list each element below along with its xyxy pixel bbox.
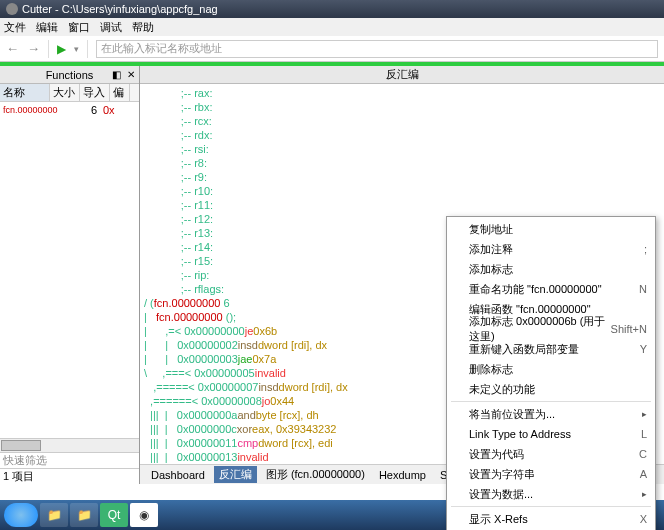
dropdown-icon[interactable]: ▾ xyxy=(74,44,79,54)
taskbar-qt-icon[interactable]: Qt xyxy=(100,503,128,527)
h-scrollbar[interactable] xyxy=(0,438,139,452)
undock-icon[interactable]: ◧ xyxy=(112,69,121,80)
taskbar-explorer-icon[interactable]: 📁 xyxy=(40,503,68,527)
ctx--0x0000006b-[interactable]: 添加标志 0x0000006b (用于这里)Shift+N xyxy=(447,319,655,339)
menu-separator xyxy=(451,401,651,402)
tab-dashboard[interactable]: Dashboard xyxy=(146,468,210,482)
ctx--[interactable]: 添加标志 xyxy=(447,259,655,279)
ctx-label: 重新键入函数局部变量 xyxy=(469,342,579,357)
ctx-label: 显示 X-Refs xyxy=(469,512,528,527)
col-name[interactable]: 名称 xyxy=(0,84,50,101)
ctx-label: 添加标志 xyxy=(469,262,513,277)
ctx--[interactable]: 添加注释; xyxy=(447,239,655,259)
ctx-link-type-to-address[interactable]: Link Type to AddressL xyxy=(447,424,655,444)
run-icon[interactable]: ▶ xyxy=(57,42,66,56)
status-item-count: 1 项目 xyxy=(0,468,139,484)
ctx--x-refs[interactable]: 显示 X-RefsX xyxy=(447,509,655,529)
menu-bar: 文件 编辑 窗口 调试 帮助 xyxy=(0,18,664,36)
ctx--[interactable]: 设置为数据... xyxy=(447,484,655,504)
ctx--[interactable]: 设置为字符串A xyxy=(447,464,655,484)
nav-back-icon[interactable]: ← xyxy=(6,41,19,56)
address-input[interactable]: 在此输入标记名称或地址 xyxy=(96,40,658,58)
functions-panel-header: Functions ◧ ✕ xyxy=(0,66,139,84)
ctx-label: 重命名功能 "fcn.00000000" xyxy=(469,282,602,297)
ctx-label: 设置为数据... xyxy=(469,487,533,502)
col-import[interactable]: 导入 xyxy=(80,84,110,101)
ctx-label: 添加注释 xyxy=(469,242,513,257)
context-menu: 复制地址添加注释;添加标志重命名功能 "fcn.00000000"N编辑函数 "… xyxy=(446,216,656,530)
ctx--[interactable]: 删除标志 xyxy=(447,359,655,379)
ctx-shortcut: Shift+N xyxy=(611,323,647,335)
menu-window[interactable]: 窗口 xyxy=(68,20,90,35)
functions-columns: 名称 大小 导入 偏 xyxy=(0,84,139,102)
ctx--[interactable]: 复制地址 xyxy=(447,219,655,239)
disasm-panel-header: 反汇编 xyxy=(140,66,664,84)
taskbar-folder-icon[interactable]: 📁 xyxy=(70,503,98,527)
ctx-shortcut: ; xyxy=(644,243,647,255)
ctx-label: 删除标志 xyxy=(469,362,513,377)
col-offset[interactable]: 偏 xyxy=(110,84,130,101)
ctx-label: 未定义的功能 xyxy=(469,382,535,397)
ctx--[interactable]: 未定义的功能 xyxy=(447,379,655,399)
separator xyxy=(48,40,49,58)
functions-list: fcn.00000000 6 0x xyxy=(0,102,139,438)
menu-debug[interactable]: 调试 xyxy=(100,20,122,35)
tab--[interactable]: 反汇编 xyxy=(214,466,257,483)
menu-help[interactable]: 帮助 xyxy=(132,20,154,35)
menu-edit[interactable]: 编辑 xyxy=(36,20,58,35)
tab-hexdump[interactable]: Hexdump xyxy=(374,468,431,482)
close-icon[interactable]: ✕ xyxy=(127,69,135,80)
ctx--fcn-00000000-[interactable]: 重命名功能 "fcn.00000000"N xyxy=(447,279,655,299)
functions-title: Functions xyxy=(46,69,94,81)
function-row[interactable]: fcn.00000000 6 0x xyxy=(0,102,139,118)
col-size[interactable]: 大小 xyxy=(50,84,80,101)
nav-forward-icon[interactable]: → xyxy=(27,41,40,56)
menu-file[interactable]: 文件 xyxy=(4,20,26,35)
ctx--[interactable]: 设置为代码C xyxy=(447,444,655,464)
ctx-shortcut: Y xyxy=(640,343,647,355)
ctx-shortcut: X xyxy=(640,513,647,525)
ctx-shortcut: A xyxy=(640,468,647,480)
fn-name: fcn.00000000 xyxy=(0,105,70,115)
app-icon xyxy=(6,3,18,15)
ctx-label: 复制地址 xyxy=(469,222,513,237)
fn-offset: 0x xyxy=(100,104,120,116)
ctx--[interactable]: 将当前位设置为... xyxy=(447,404,655,424)
window-titlebar: Cutter - C:\Users\yinfuxiang\appcfg_nag xyxy=(0,0,664,18)
ctx-shortcut: N xyxy=(639,283,647,295)
start-button[interactable] xyxy=(4,503,38,527)
ctx-label: 设置为代码 xyxy=(469,447,524,462)
ctx-label: Link Type to Address xyxy=(469,428,571,440)
taskbar-cutter-icon[interactable]: ◉ xyxy=(130,503,158,527)
separator xyxy=(87,40,88,58)
ctx-shortcut: C xyxy=(639,448,647,460)
tab--fcn-00000000-[interactable]: 图形 (fcn.00000000) xyxy=(261,466,370,483)
ctx-label: 将当前位设置为... xyxy=(469,407,555,422)
address-placeholder: 在此输入标记名称或地址 xyxy=(101,42,222,54)
quick-filter-input[interactable]: 快速筛选 xyxy=(0,452,139,468)
menu-separator xyxy=(451,506,651,507)
ctx-label: 添加标志 0x0000006b (用于这里) xyxy=(469,314,611,344)
ctx-shortcut: L xyxy=(641,428,647,440)
disasm-title: 反汇编 xyxy=(386,67,419,82)
ctx--[interactable]: 重新键入函数局部变量Y xyxy=(447,339,655,359)
window-title: Cutter - C:\Users\yinfuxiang\appcfg_nag xyxy=(22,3,218,15)
ctx-label: 设置为字符串 xyxy=(469,467,535,482)
toolbar: ← → ▶ ▾ 在此输入标记名称或地址 xyxy=(0,36,664,62)
fn-size: 6 xyxy=(70,104,100,116)
